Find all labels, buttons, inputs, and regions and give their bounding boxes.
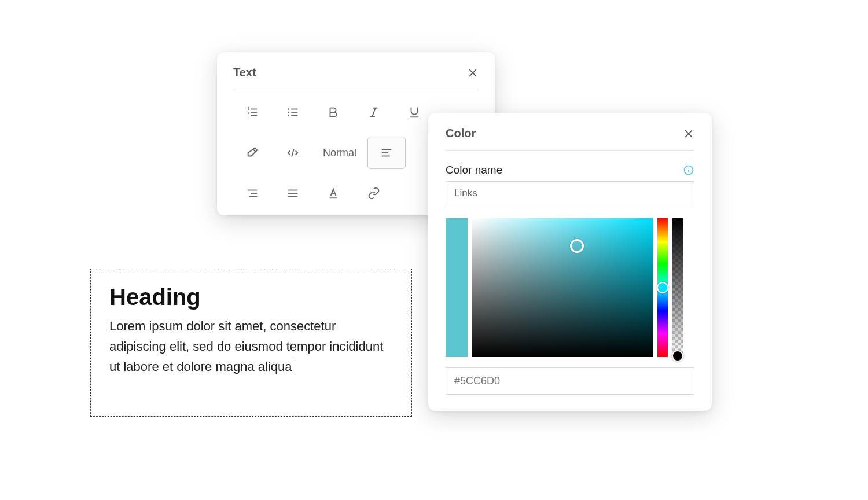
text-style-dropdown[interactable]: Normal	[314, 147, 365, 159]
align-right-icon	[246, 187, 259, 200]
code-button[interactable]	[274, 141, 312, 164]
unordered-list-icon	[286, 106, 299, 119]
svg-point-13	[288, 115, 289, 116]
svg-point-12	[288, 112, 289, 113]
close-button[interactable]	[467, 67, 479, 79]
italic-button[interactable]	[355, 101, 393, 124]
saturation-value-picker[interactable]	[472, 218, 653, 357]
text-color-icon	[327, 187, 340, 200]
align-justify-button[interactable]	[274, 182, 312, 205]
body-text[interactable]: Lorem ipsum dolor sit amet, consectetur …	[109, 316, 393, 377]
align-justify-icon	[286, 187, 299, 200]
editable-text-block[interactable]: Heading Lorem ipsum dolor sit amet, cons…	[90, 269, 412, 417]
link-icon	[367, 187, 380, 200]
svg-line-16	[372, 108, 376, 117]
link-button[interactable]	[355, 182, 393, 205]
italic-icon	[367, 106, 380, 119]
align-right-button[interactable]	[233, 182, 271, 205]
color-picker-area	[446, 218, 694, 357]
alpha-handle[interactable]	[672, 350, 683, 362]
bold-button[interactable]	[314, 101, 352, 124]
close-icon	[467, 67, 479, 79]
color-name-label: Color name	[446, 164, 502, 177]
heading-text[interactable]: Heading	[109, 284, 393, 310]
clear-formatting-button[interactable]	[233, 141, 271, 164]
text-color-button[interactable]	[314, 182, 352, 205]
color-swatch	[446, 218, 468, 357]
color-panel: Color Color name	[428, 113, 712, 411]
hue-slider[interactable]	[657, 218, 668, 357]
color-name-input[interactable]	[446, 181, 694, 205]
align-left-icon	[380, 146, 393, 159]
text-panel-title: Text	[233, 66, 256, 79]
svg-line-18	[292, 149, 294, 157]
hue-handle[interactable]	[657, 282, 668, 293]
text-panel-header: Text	[233, 66, 479, 90]
color-panel-header: Color	[446, 127, 694, 151]
svg-point-34	[688, 168, 689, 168]
alpha-slider[interactable]	[672, 218, 683, 357]
code-icon	[286, 146, 299, 159]
align-left-button[interactable]	[367, 137, 406, 169]
color-name-row: Color name	[446, 164, 694, 177]
underline-icon	[408, 106, 421, 119]
bold-icon	[327, 106, 340, 119]
close-icon	[683, 128, 694, 139]
svg-point-11	[288, 108, 289, 110]
sv-handle[interactable]	[570, 239, 584, 253]
svg-text:3: 3	[248, 113, 250, 117]
eraser-icon	[246, 146, 259, 159]
body-text-content: Lorem ipsum dolor sit amet, consectetur …	[109, 319, 383, 374]
text-cursor	[295, 360, 296, 374]
unordered-list-button[interactable]	[274, 101, 312, 124]
ordered-list-icon: 123	[246, 106, 259, 119]
hex-input[interactable]	[446, 367, 694, 395]
info-icon[interactable]	[683, 164, 694, 176]
close-button[interactable]	[683, 128, 694, 139]
color-panel-title: Color	[446, 127, 476, 140]
ordered-list-button[interactable]: 123	[233, 101, 271, 124]
